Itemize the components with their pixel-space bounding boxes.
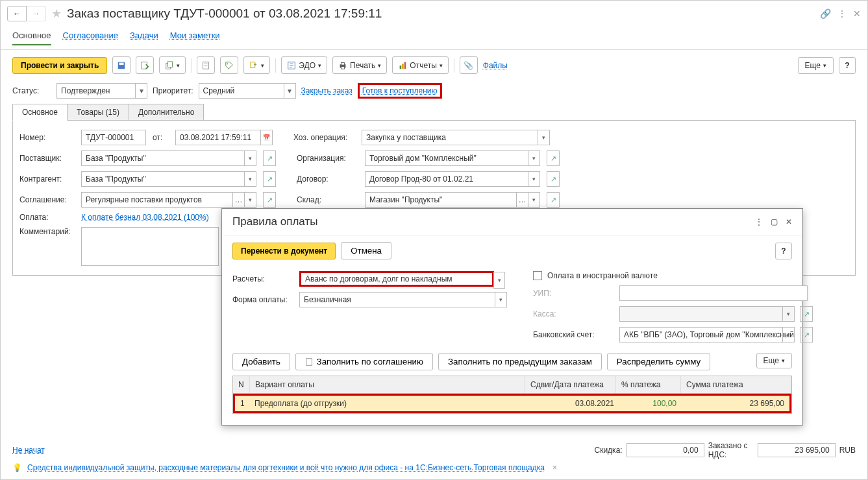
- copy-button[interactable]: ▾: [159, 56, 186, 74]
- comment-label: Комментарий:: [19, 227, 75, 236]
- number-label: Номер:: [19, 133, 75, 142]
- ordered-value: 23 695,00: [758, 443, 836, 457]
- th-n: N: [233, 376, 250, 393]
- more-button[interactable]: Еще▾: [798, 57, 834, 74]
- link-icon[interactable]: 🔗: [820, 8, 831, 19]
- tab-main[interactable]: Основное: [12, 104, 68, 121]
- payform-select[interactable]: Безналичная▾: [299, 292, 507, 307]
- forward-button[interactable]: →: [27, 6, 46, 21]
- warehouse-open-button[interactable]: ↗: [547, 192, 560, 208]
- warehouse-label: Склад:: [297, 195, 358, 204]
- agreement-input[interactable]: Регулярные поставки продуктов…▾: [81, 192, 256, 208]
- svg-rect-1: [119, 62, 124, 65]
- comment-input[interactable]: [81, 227, 219, 266]
- kebab-icon[interactable]: ⋮: [837, 8, 847, 19]
- kassa-open-button[interactable]: ↗: [800, 306, 813, 322]
- idea-close-icon[interactable]: ×: [552, 463, 557, 472]
- th-variant: Вариант оплаты: [250, 376, 525, 393]
- edo-button[interactable]: ЭДО▾: [281, 56, 327, 74]
- post-button[interactable]: [136, 56, 154, 74]
- foreign-currency-checkbox[interactable]: [533, 271, 542, 280]
- not-started-link[interactable]: Не начат: [12, 446, 45, 455]
- reports-button[interactable]: Отчеты▾: [392, 56, 448, 74]
- cancel-button[interactable]: Отмена: [341, 242, 391, 259]
- operation-select[interactable]: Закупка у поставщика▾: [362, 130, 550, 145]
- contract-open-button[interactable]: ↗: [547, 171, 560, 187]
- org-open-button[interactable]: ↗: [547, 150, 560, 166]
- counter-open-button[interactable]: ↗: [263, 171, 276, 187]
- attach-button[interactable]: 📎: [460, 56, 478, 74]
- popup-maximize-icon[interactable]: ▢: [771, 217, 778, 226]
- counter-input[interactable]: База "Продукты"▾: [81, 171, 256, 187]
- agreement-label: Соглашение:: [19, 195, 75, 204]
- close-order-link[interactable]: Закрыть заказ: [301, 86, 353, 95]
- status-label: Статус:: [12, 86, 51, 95]
- basis-button[interactable]: ▾: [243, 56, 270, 74]
- doc-button[interactable]: [197, 56, 215, 74]
- popup-close-icon[interactable]: ✕: [786, 217, 792, 226]
- payment-table: N Вариант оплаты Сдвиг/Дата платежа % пл…: [232, 376, 792, 414]
- print-button[interactable]: Печать▾: [332, 56, 387, 74]
- th-percent: % платежа: [616, 376, 681, 393]
- nav-tab-tasks[interactable]: Задачи: [130, 27, 158, 45]
- fill-agreement-button[interactable]: Заполнить по соглашению: [295, 353, 433, 370]
- svg-rect-17: [306, 359, 312, 366]
- post-close-button[interactable]: Провести и закрыть: [12, 57, 107, 74]
- priority-select[interactable]: Средний▾: [199, 83, 296, 99]
- ready-link[interactable]: Готов к поступлению: [362, 86, 438, 95]
- org-input[interactable]: Торговый дом "Комплексный"▾: [365, 150, 540, 166]
- bank-input[interactable]: АКБ "ВПБ" (ЗАО), Торговый дом "Комплексн…: [619, 327, 795, 342]
- transfer-button[interactable]: Перенести в документ: [232, 243, 336, 259]
- close-icon[interactable]: ✕: [853, 8, 861, 19]
- nav-tab-notes[interactable]: Мои заметки: [170, 27, 220, 45]
- files-link[interactable]: Файлы: [483, 61, 508, 70]
- calendar-icon[interactable]: 📅: [260, 130, 272, 145]
- discount-value: 0,00: [626, 443, 704, 457]
- popup-kebab-icon[interactable]: ⋮: [755, 217, 763, 226]
- contract-input[interactable]: Договор Прод-80 от 01.02.21▾: [365, 171, 540, 187]
- bank-open-button[interactable]: ↗: [800, 327, 813, 342]
- operation-label: Хоз. операция:: [293, 133, 355, 142]
- add-button[interactable]: Добавить: [232, 353, 290, 370]
- warehouse-input[interactable]: Магазин "Продукты"…▾: [365, 192, 540, 208]
- popup-more-button[interactable]: Еще▾: [756, 353, 792, 368]
- from-label: от:: [153, 133, 169, 142]
- idea-icon: 💡: [12, 463, 22, 472]
- uip-label: УИП:: [533, 289, 614, 298]
- kassa-label: Касса:: [533, 309, 614, 318]
- status-select[interactable]: Подтвержден▾: [56, 83, 147, 99]
- contract-label: Договор:: [297, 174, 358, 184]
- payment-label: Оплата:: [19, 213, 75, 222]
- supplier-label: Поставщик:: [19, 154, 75, 163]
- svg-point-8: [227, 63, 229, 64]
- currency-label: RUB: [839, 446, 856, 455]
- idea-link[interactable]: Средства индивидуальной защиты, расходны…: [27, 463, 545, 472]
- tab-goods[interactable]: Товары (15): [68, 104, 129, 121]
- page-title: Заказ поставщику ТДУТ-000001 от 03.08.20…: [67, 6, 382, 21]
- table-row[interactable]: 1 Предоплата (до отгрузки) 03.08.2021 10…: [233, 394, 791, 413]
- counter-label: Контрагент:: [19, 174, 75, 184]
- fill-previous-button[interactable]: Заполнить по предыдущим заказам: [438, 353, 602, 370]
- back-button[interactable]: ←: [7, 6, 27, 21]
- favorite-icon[interactable]: ★: [51, 6, 62, 21]
- supplier-open-button[interactable]: ↗: [263, 150, 276, 166]
- distribute-button[interactable]: Распределить сумму: [607, 353, 710, 370]
- nav-tab-approval[interactable]: Согласование: [63, 27, 118, 45]
- th-shift: Сдвиг/Дата платежа: [525, 376, 616, 393]
- svg-rect-4: [168, 61, 173, 67]
- bank-label: Банковский счет:: [533, 330, 614, 339]
- number-input[interactable]: ТДУТ-000001: [81, 130, 146, 145]
- payment-link[interactable]: К оплате безнал 03.08.2021 (100%): [81, 213, 209, 222]
- save-button[interactable]: [112, 56, 130, 74]
- uip-input[interactable]: [619, 285, 808, 301]
- agreement-open-button[interactable]: ↗: [263, 192, 276, 208]
- calc-select[interactable]: Аванс по договорам, долг по накладным▾: [299, 271, 494, 287]
- tab-extra[interactable]: Дополнительно: [129, 104, 204, 121]
- popup-help-button[interactable]: ?: [775, 243, 792, 259]
- tag-button[interactable]: [220, 56, 238, 74]
- kassa-input: ▾: [619, 306, 795, 322]
- help-button[interactable]: ?: [839, 57, 856, 74]
- date-input[interactable]: 03.08.2021 17:59:11📅: [175, 130, 273, 145]
- supplier-input[interactable]: База "Продукты"▾: [81, 150, 256, 166]
- nav-tab-main[interactable]: Основное: [12, 27, 51, 45]
